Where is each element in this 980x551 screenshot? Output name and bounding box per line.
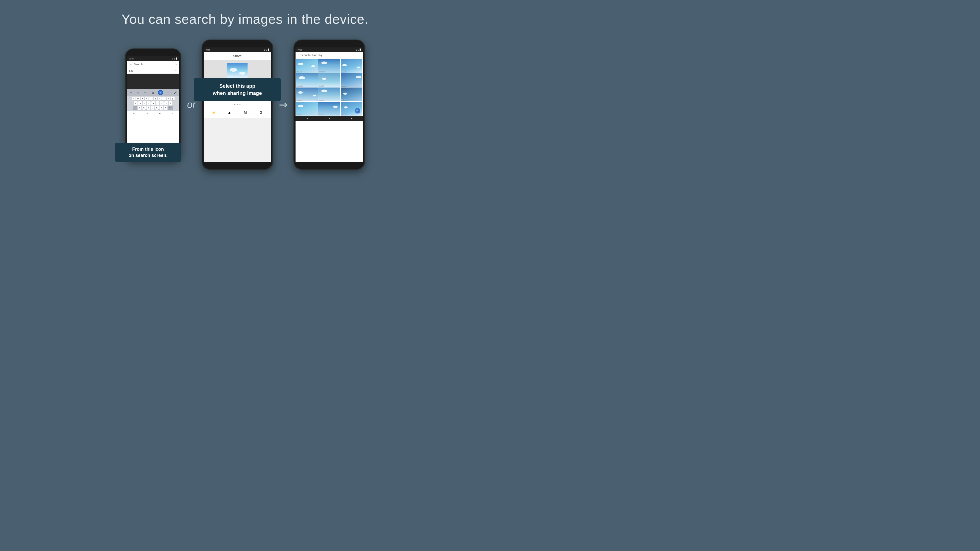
phone1-time: 00:00: [129, 58, 134, 60]
key-f[interactable]: f: [147, 101, 151, 105]
keyboard-toolbar[interactable]: ◄ ⊞ GIF 🗑 ⊞ ··· 🎤: [127, 89, 179, 96]
kb-delete-icon[interactable]: 🗑: [151, 90, 156, 95]
key-n[interactable]: n: [159, 106, 163, 110]
phone3-status-icons: ▲▲ ▊: [355, 49, 361, 51]
key-o[interactable]: o: [167, 97, 170, 100]
key-e[interactable]: e: [141, 97, 144, 100]
keyboard-row-1: q w e r t y u i o p: [128, 97, 178, 100]
nav-back3[interactable]: ◄: [306, 118, 308, 120]
grid-label-1: 612x408: [297, 71, 301, 72]
apps-list-label: Apps list: [204, 102, 271, 107]
cloud15: [344, 106, 348, 108]
key-w[interactable]: w: [136, 97, 140, 100]
key-shift[interactable]: ⇧: [133, 106, 137, 110]
key-a[interactable]: a: [134, 101, 138, 105]
kb-mic-icon[interactable]: 🎤: [173, 90, 178, 95]
phone1-tooltip: From this iconon search screen.: [115, 143, 181, 162]
grid-cell-2[interactable]: 2000x1217: [318, 59, 340, 73]
phone1-status-icons: ▲▲ ▊: [172, 58, 177, 60]
phone3-wrapper: 00:00 ▲▲ ▊ ≡ beautiful blue sky: [293, 40, 365, 170]
key-l[interactable]: l: [169, 101, 172, 105]
app-gmail[interactable]: M: [242, 109, 249, 116]
key-m[interactable]: m: [164, 106, 168, 110]
search-fab[interactable]: 🔍: [355, 108, 360, 114]
phone2-status-icons: ▲▲ ▊: [264, 49, 269, 51]
kb-image-search-icon[interactable]: ⊞: [158, 90, 163, 95]
grid-cell-5[interactable]: 508x339: [318, 73, 340, 87]
phone1-keyboard[interactable]: ◄ ⊞ GIF 🗑 ⊞ ··· 🎤 q w e r: [127, 89, 179, 111]
key-backspace[interactable]: ⌫: [168, 106, 173, 110]
app-google[interactable]: G: [258, 109, 265, 116]
grid-label-6: 910x607: [341, 85, 346, 86]
nav-home3[interactable]: ●: [329, 118, 330, 120]
key-s[interactable]: s: [138, 101, 142, 105]
battery-icon: ▊: [176, 58, 177, 60]
share-title: Share: [233, 54, 242, 58]
key-g[interactable]: g: [151, 101, 155, 105]
app-bluetooth2[interactable]: ⚡: [210, 109, 217, 116]
nav-menu-icon[interactable]: ≡: [172, 113, 173, 115]
grid-cell-9[interactable]: 322x200: [341, 87, 363, 101]
clear-button[interactable]: ✕: [175, 63, 177, 66]
key-x[interactable]: x: [142, 106, 146, 110]
key-u[interactable]: u: [158, 97, 162, 100]
app-drive[interactable]: ▲: [226, 109, 233, 116]
hamburger-menu-icon[interactable]: ≡: [298, 54, 299, 57]
wifi-icon: ▲▲: [172, 58, 175, 60]
kb-more-icon[interactable]: ···: [165, 90, 170, 95]
key-c[interactable]: c: [146, 106, 150, 110]
phone2-shell: 00:00 ▲▲ ▊ Share: [202, 40, 273, 170]
key-q[interactable]: q: [132, 97, 135, 100]
key-p[interactable]: p: [171, 97, 175, 100]
phone2-time: 00:00: [206, 49, 210, 51]
grid-cell-10[interactable]: 800x534: [296, 102, 318, 116]
cloud6: [299, 76, 305, 79]
key-h[interactable]: h: [156, 101, 159, 105]
phone1-wrapper: 00:00 ▲▲ ▊ ← Search ✕ sky ✕: [125, 48, 181, 161]
nav-back-icon[interactable]: ▼: [133, 113, 135, 115]
grid-cell-12[interactable]: 601x300 🔍: [341, 102, 363, 116]
cloud5: [357, 67, 360, 68]
nav-home-icon[interactable]: ●: [146, 113, 148, 115]
key-k[interactable]: k: [164, 101, 168, 105]
back-button[interactable]: ←: [129, 62, 132, 66]
key-j[interactable]: j: [160, 101, 164, 105]
key-d[interactable]: d: [143, 101, 146, 105]
grid-cell-11[interactable]: 450x300: [318, 102, 340, 116]
grid-cell-3[interactable]: 800x451: [341, 59, 363, 73]
grid-label-11: 450x300: [319, 114, 324, 115]
key-i[interactable]: i: [162, 97, 166, 100]
kb-clipboard-icon[interactable]: ⊞: [136, 90, 141, 95]
grid-cell-6[interactable]: 910x607: [341, 73, 363, 87]
phone3-status-bar: 00:00 ▲▲ ▊: [296, 48, 363, 52]
grid-label-9: 322x200: [341, 99, 346, 101]
grid-cell-7[interactable]: 600x600: [296, 87, 318, 101]
kb-gif-icon[interactable]: GIF: [143, 90, 148, 95]
key-r[interactable]: r: [145, 97, 148, 100]
phone3-shell: 00:00 ▲▲ ▊ ≡ beautiful blue sky: [293, 40, 365, 170]
grid-label-10: 800x534: [297, 114, 301, 115]
phone3-nav-bar: ◄ ● ■: [296, 116, 363, 121]
query-clear-icon[interactable]: ✕: [175, 69, 177, 72]
cloud13: [298, 105, 303, 107]
grid-label-3: 800x451: [341, 71, 346, 72]
grid-cell-1[interactable]: 612x408: [296, 59, 318, 73]
results-query[interactable]: beautiful blue sky: [301, 54, 361, 57]
key-b[interactable]: b: [155, 106, 159, 110]
key-t[interactable]: t: [149, 97, 153, 100]
cloud11: [321, 89, 327, 92]
key-z[interactable]: z: [138, 106, 142, 110]
apps-row-2[interactable]: ⚡ ▲ M G: [204, 107, 271, 118]
battery-icon2: ▊: [268, 49, 269, 51]
kb-back-icon[interactable]: ◄: [128, 90, 134, 95]
grid-cell-8[interactable]: 322x200: [318, 87, 340, 101]
phone1-search-bar[interactable]: ← Search ✕: [127, 61, 179, 68]
nav-recent-icon[interactable]: ■: [159, 113, 161, 115]
nav-recent3[interactable]: ■: [351, 118, 352, 120]
phone1-query-bar: sky ✕: [127, 68, 179, 74]
key-v[interactable]: v: [151, 106, 154, 110]
search-input[interactable]: Search: [134, 63, 173, 66]
key-y[interactable]: y: [154, 97, 157, 100]
wifi-icon2: ▲▲: [264, 49, 267, 51]
grid-cell-4[interactable]: 1500x1125: [296, 73, 318, 87]
